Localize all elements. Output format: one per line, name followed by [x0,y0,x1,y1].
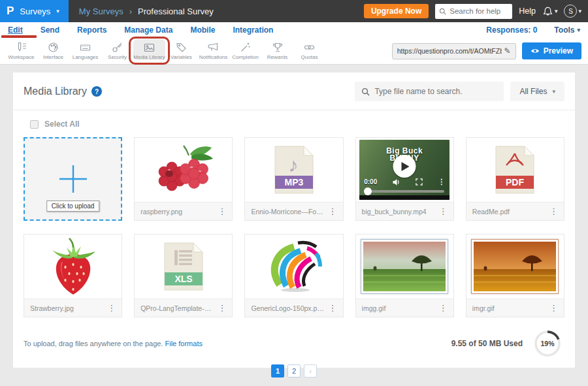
upload-dropzone[interactable]: Click to upload [24,137,122,221]
toolbar-item-workspace[interactable]: Workspace [5,39,37,60]
toolbar-item-completion[interactable]: Completion [229,39,261,60]
file-type-filter-dropdown[interactable]: All Files ▾ [510,82,564,101]
toolbar-item-label: Notifications [199,54,228,60]
divider [13,110,575,110]
media-tile-imgr[interactable]: imgr.gif ⋮ [466,234,564,317]
nav-tab-reports[interactable]: Reports [77,25,106,35]
page-content: Media Library ? All Files ▾ Select All [0,65,588,368]
file-search-box[interactable] [355,82,504,101]
preview-button[interactable]: Preview [522,42,581,59]
toolbar-item-security[interactable]: Security [101,39,133,60]
product-menu[interactable]: P Surveys ▾ [0,0,69,22]
kebab-menu-icon[interactable]: ⋮ [546,303,562,313]
account-menu[interactable]: S ▾ [564,5,581,18]
help-question-icon[interactable]: ? [91,86,102,97]
page-title: Media Library [24,86,87,97]
svg-text:♪: ♪ [288,154,298,176]
page-button-2[interactable]: 2 [287,364,301,378]
survey-url-input[interactable] [397,47,502,55]
file-name: GenericLogo-150px.png [251,304,324,312]
next-page-button[interactable]: › [304,364,317,378]
survey-nav: Edit Send Reports Manage Data Mobile Int… [0,22,588,37]
survey-url-field[interactable]: ✎ [392,43,516,59]
nav-tab-edit[interactable]: Edit [8,25,23,35]
toolbar-item-media-library[interactable]: Media Library [133,39,165,60]
media-tile-video[interactable]: Big Buck BUNNY 0:00 ⋮ [355,137,454,221]
notifications-bell[interactable]: ▾ [542,6,558,17]
keyboard-icon [79,41,91,54]
plus-icon [56,162,90,196]
responses-count[interactable]: Responses: 0 [486,25,537,35]
nav-tab-mobile[interactable]: Mobile [190,25,215,35]
file-thumbnail [356,234,453,298]
file-thumbnail [245,234,342,298]
media-tile-mp3[interactable]: ♪ MP3 Ennio-Morricone---For-A-... ⋮ [244,137,343,221]
nav-tab-manage-data[interactable]: Manage Data [124,25,172,35]
video-progress-bar[interactable] [365,190,444,193]
play-button[interactable] [393,155,416,178]
play-icon [402,162,410,171]
kebab-menu-icon[interactable]: ⋮ [435,206,451,216]
video-menu-icon[interactable]: ⋮ [438,178,445,186]
file-thumbnail [135,138,232,202]
toolbar-item-label: Quotas [301,54,318,60]
toolbar-item-label: Security [108,54,127,60]
toolbar-item-quotas[interactable]: Quotas [293,39,325,60]
fullscreen-icon[interactable] [416,178,423,185]
kebab-menu-icon[interactable]: ⋮ [435,303,451,313]
file-name: Ennio-Morricone---For-A-... [251,208,324,216]
edit-pencil-icon[interactable]: ✎ [504,46,511,56]
breadcrumb: My Surveys › Professional Survey [79,7,214,16]
media-tile-imgg[interactable]: imgg.gif ⋮ [355,234,454,317]
breadcrumb-current-survey: Professional Survey [138,7,214,16]
media-tile-raspberry[interactable]: raspberry.png ⋮ [134,137,233,221]
file-name: Strawberry.jpg [30,304,103,312]
nav-tab-send[interactable]: Send [41,25,59,35]
nav-tab-integration[interactable]: Integration [233,25,273,35]
kebab-menu-icon[interactable]: ⋮ [214,206,230,216]
file-search-input[interactable] [374,87,497,96]
storage-donut-chart: 19% [533,329,562,358]
avatar: S [564,5,577,18]
media-grid: Click to upload [24,137,564,317]
toolbar-item-label: Completion [232,54,258,60]
toolbar-item-languages[interactable]: Languages [69,39,101,60]
select-all-checkbox[interactable] [30,120,39,129]
toolbar-item-label: Interface [43,54,63,60]
breadcrumb-my-surveys[interactable]: My Surveys [79,7,123,16]
megaphone-icon [207,41,220,54]
kebab-menu-icon[interactable]: ⋮ [325,206,341,216]
media-tile-pdf[interactable]: PDF ReadMe.pdf ⋮ [466,137,564,221]
media-tile-xls[interactable]: XLS QPro-LangTemplate-April... ⋮ [134,234,233,317]
upgrade-now-button[interactable]: Upgrade Now [364,4,429,18]
file-thumbnail [466,234,564,298]
upload-hint-text: To upload, drag files anywhere on the pa… [24,340,163,347]
toolbar-item-variables[interactable]: Variables [165,39,197,60]
media-tile-strawberry[interactable]: Strawberry.jpg ⋮ [24,234,122,317]
kebab-menu-icon[interactable]: ⋮ [214,303,230,313]
toolbar-item-interface[interactable]: Interface [37,39,69,60]
tools-menu-label: Tools [554,25,574,35]
progress-handle[interactable] [364,187,372,195]
toolbar-item-notifications[interactable]: Notifications [197,39,229,60]
chevron-down-icon: ▾ [577,27,580,33]
chevron-down-icon: ▾ [555,8,558,14]
file-formats-link[interactable]: File formats [165,340,203,347]
kebab-menu-icon[interactable]: ⋮ [325,303,341,313]
file-thumbnail [24,234,122,298]
toolbar-item-rewards[interactable]: Rewards [261,39,293,60]
help-search-input[interactable] [449,7,508,15]
volume-icon[interactable] [392,178,400,186]
media-tile-generic-logo[interactable]: GenericLogo-150px.png ⋮ [244,234,343,317]
kebab-menu-icon[interactable]: ⋮ [103,303,120,313]
framed-image [361,239,448,294]
page-button-1[interactable]: 1 [271,364,284,378]
help-search-box[interactable] [435,4,512,19]
video-player[interactable]: Big Buck BUNNY 0:00 ⋮ [359,140,449,200]
kebab-menu-icon[interactable]: ⋮ [546,206,562,216]
help-link[interactable]: Help [519,7,536,16]
video-timestamp: 0:00 [364,178,377,185]
key-icon [111,41,123,54]
file-thumbnail: Big Buck BUNNY 0:00 ⋮ [356,138,453,202]
tools-menu[interactable]: Tools ▾ [554,25,580,35]
